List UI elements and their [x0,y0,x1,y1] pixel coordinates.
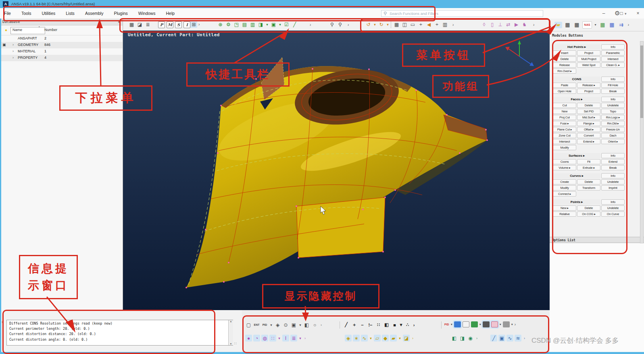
delete-trash-icon[interactable]: ▭ [409,21,416,28]
sketch-pen-icon[interactable]: ╱ [490,335,497,342]
module-button[interactable]: Parametric [601,50,625,56]
draw-caret-icon[interactable]: ▾ [277,335,281,342]
calculator-icon[interactable]: ⊞ [190,21,197,28]
key-icon[interactable]: ◊ [481,21,488,28]
info-button[interactable]: Info [601,153,625,158]
gear-caret-icon[interactable]: ▾ [625,12,627,16]
info-button[interactable]: Info [601,199,625,205]
module-button[interactable]: On Curve [601,211,625,217]
materials-icon[interactable]: M [167,21,173,28]
zoom-more-icon[interactable]: › [348,23,349,27]
module-button[interactable]: Cut [553,103,576,108]
close-button[interactable]: × [631,9,644,18]
module-button[interactable]: Delete [577,179,600,184]
module-button[interactable]: Convert [577,133,600,138]
module-button[interactable]: Release ▸ [577,83,600,88]
robot-arm-icon[interactable]: ♞ [521,21,528,28]
undo-icon[interactable]: ↺ [365,21,372,28]
draw-more-icon[interactable]: › [303,335,307,342]
layers-icon[interactable]: ≣ [290,335,297,342]
checks-icon[interactable]: ☑ [283,21,290,28]
info-tab[interactable]: Info [0,333,1,338]
module-button[interactable]: Modify [553,185,576,190]
geometry-module-icon[interactable]: ▰ [554,22,562,28]
module-button[interactable]: Release [553,62,576,68]
module-button[interactable]: Transform [577,185,600,190]
draw-mode-shaded-icon[interactable] [454,321,461,327]
menu-item[interactable]: Plugins [114,11,127,16]
sketch-more-icon[interactable]: › [523,335,526,342]
module-button[interactable]: Undelete [601,205,625,211]
pid-mode-icon[interactable]: PID [444,323,449,326]
menu-item[interactable]: Tools [21,11,31,16]
zoom-in-icon[interactable]: ⚲ [329,21,336,28]
module-button[interactable]: Set PID [577,109,600,114]
clamp-icon[interactable]: ⊥ [497,21,504,28]
section-header-cons[interactable]: CONS [553,77,600,82]
box-select-icon[interactable]: ▢ [245,321,252,328]
row-checkbox[interactable]: ▣ [2,43,6,47]
lock-caret-icon[interactable]: ▾ [399,321,403,328]
deck-caret-icon[interactable]: ▾ [594,22,597,28]
solid-mesh-icon[interactable]: ◨ [459,335,466,342]
frame-select-icon[interactable]: ▣ [290,321,297,328]
menu-item[interactable]: Windows [138,11,156,16]
module-button[interactable]: Flange ▸ [577,121,600,126]
beam-section-icon[interactable]: Ⅰ [282,335,289,342]
module-button[interactable]: Modify [553,145,576,150]
feature-select-icon[interactable]: ◈ [274,321,281,328]
section-header-faces[interactable]: Faces ▸ [553,97,600,102]
module-button[interactable]: Coons [553,159,576,164]
view-mode-more-icon[interactable]: › [515,322,516,327]
table-row[interactable]: › MATERIAL 1 [0,48,123,55]
sphere-draw-icon[interactable]: ◔ [253,335,260,342]
add-icon[interactable]: ＋ [351,321,358,328]
module-button[interactable]: New [553,109,576,114]
module-button[interactable]: Project [577,50,600,56]
zoom-icon[interactable]: ⚲ [337,21,344,28]
expander-icon[interactable]: › [13,43,14,47]
morph-module-icon[interactable]: ▦ [599,22,606,28]
mode-caret-icon[interactable]: ▾ [500,323,501,326]
script-module-icon[interactable]: ⇉ [617,22,625,28]
search-input[interactable] [389,11,541,16]
module-button[interactable]: Extend ▸ [577,139,600,144]
point-cloud-icon[interactable]: ∗ [353,335,360,342]
module-button[interactable]: Extrude ▸ [577,165,600,170]
package-caret-icon[interactable]: ▾ [278,21,282,28]
settings-gear-icon[interactable]: ⚙ [225,21,232,28]
options-list-header[interactable]: Options List [550,237,644,243]
expander-icon[interactable]: › [13,49,14,53]
surface-draw-icon[interactable]: ◍ [261,335,268,342]
surface-icon[interactable]: ◆ [382,335,389,342]
module-button[interactable]: Imprint [601,185,625,190]
shell-mesh-icon[interactable]: ◧ [451,335,458,342]
lock-view-icon[interactable]: ■ [391,321,398,328]
edit-more-icon[interactable]: › [452,23,454,27]
frame-caret-icon[interactable]: ▾ [298,321,302,328]
select-more-icon[interactable]: › [319,321,323,328]
module-button[interactable]: Break [601,89,625,94]
layers-caret-icon[interactable]: ▾ [298,335,302,342]
menu-item[interactable]: Lists [66,11,75,16]
solid-select-icon[interactable]: ◧ [303,321,310,328]
log-close-icon[interactable]: × [2,320,4,324]
3d-model[interactable] [185,57,488,288]
spray-icon[interactable]: ▶ [513,21,520,28]
module-button[interactable]: Delete [577,103,600,108]
info-button[interactable]: Info [601,77,625,82]
module-button[interactable]: Fit [577,159,600,164]
resize-grip-icon[interactable]: ∷ [234,342,237,346]
info-log-window[interactable]: Different CONS Resolution settings read … [6,320,233,346]
menu-item[interactable]: Utilities [42,11,55,16]
module-button[interactable]: Project [577,89,600,94]
search-bar[interactable]: ⚲ [381,10,543,17]
move-cross-icon[interactable]: ＋ [417,21,424,28]
module-more-icon[interactable]: › [627,22,630,28]
module-button[interactable]: Paste [553,83,576,88]
table-row[interactable]: › PROPERTY 4 [0,55,123,61]
compress-icon[interactable]: ▦ [128,21,135,28]
module-button[interactable]: Insert [553,50,576,56]
undo-caret-icon[interactable]: ▾ [373,21,377,28]
clipboard-icon[interactable]: ▤ [241,21,248,28]
